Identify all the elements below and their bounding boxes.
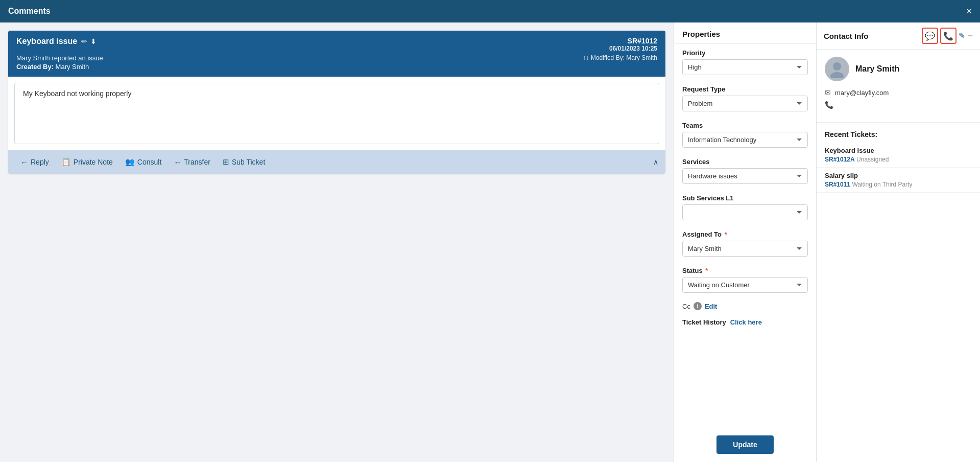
ticket-header-top: Keyboard issue ✏ ⬇ SR#1012 06/01/2023 10… bbox=[16, 37, 657, 52]
action-bar: ← Reply 📋 Private Note 👥 Consult ↔ bbox=[8, 150, 665, 174]
services-section: Services Hardware issues bbox=[674, 153, 816, 189]
recent-ticket-1-title: Keyboard issue bbox=[825, 147, 972, 154]
contact-info-area: Mary Smith ✉ mary@clayfly.com 📞 bbox=[817, 50, 980, 120]
arrows-icon: ↑↓ bbox=[583, 54, 591, 61]
download-icon[interactable]: ⬇ bbox=[90, 37, 97, 45]
modified-by: Mary Smith bbox=[626, 54, 657, 61]
edit-title-icon[interactable]: ✏ bbox=[81, 37, 87, 45]
close-button[interactable]: × bbox=[966, 6, 972, 17]
contact-phone-row: 📞 bbox=[825, 101, 972, 109]
window-title: Comments bbox=[8, 7, 51, 16]
ticket-created-by: Mary Smith bbox=[56, 63, 89, 71]
divider bbox=[817, 122, 980, 123]
note-icon: 📋 bbox=[61, 157, 71, 167]
ticket-card: Keyboard issue ✏ ⬇ SR#1012 06/01/2023 10… bbox=[8, 31, 665, 174]
assigned-to-label: Assigned To * bbox=[682, 230, 808, 238]
ticket-title-icons: ✏ ⬇ bbox=[81, 37, 97, 45]
request-type-section: Request Type Problem bbox=[674, 80, 816, 117]
status-label: Status * bbox=[682, 267, 808, 274]
contact-name-row: Mary Smith bbox=[825, 57, 972, 81]
recent-ticket-1-meta: SR#1012A Unassigned bbox=[825, 156, 972, 163]
recent-ticket-1-link[interactable]: SR#1012A bbox=[825, 156, 855, 163]
sub-services-select[interactable] bbox=[682, 204, 808, 220]
recent-ticket-item-1: Keyboard issue SR#1012A Unassigned bbox=[817, 143, 980, 168]
avatar bbox=[825, 57, 849, 81]
collapse-button[interactable]: ∧ bbox=[653, 158, 658, 166]
assigned-to-select[interactable]: Mary Smith bbox=[682, 241, 808, 257]
remove-contact-button[interactable]: − bbox=[967, 31, 973, 41]
teams-label: Teams bbox=[682, 122, 808, 129]
cc-row: Cc i Edit bbox=[674, 298, 816, 314]
consult-label: Consult bbox=[137, 158, 161, 166]
recent-ticket-item-2: Salary slip SR#1011 Waiting on Third Par… bbox=[817, 168, 980, 193]
main-layout: Keyboard issue ✏ ⬇ SR#1012 06/01/2023 10… bbox=[0, 22, 980, 462]
contact-header-actions: 💬 📞 ✎ − bbox=[922, 28, 973, 44]
transfer-icon: ↔ bbox=[174, 158, 181, 167]
sub-ticket-button[interactable]: ⊞ Sub Ticket bbox=[218, 155, 270, 169]
ticket-header: Keyboard issue ✏ ⬇ SR#1012 06/01/2023 10… bbox=[8, 31, 665, 77]
teams-select[interactable]: Information Technology bbox=[682, 132, 808, 148]
recent-tickets-header: Recent Tickets: bbox=[817, 125, 980, 143]
request-type-select[interactable]: Problem bbox=[682, 96, 808, 111]
sub-services-section: Sub Services L1 bbox=[674, 189, 816, 225]
contact-email: mary@clayfly.com bbox=[835, 89, 889, 97]
message-text: My Keyboard not working properly bbox=[23, 89, 651, 98]
main-window: Comments × Keyboard issue ✏ ⬇ bbox=[0, 0, 980, 462]
phone-small-icon: 📞 bbox=[825, 101, 833, 109]
chat-icon: 💬 bbox=[925, 31, 935, 41]
ticket-subtitle: Mary Smith reported an issue bbox=[16, 54, 103, 62]
email-icon: ✉ bbox=[825, 88, 831, 97]
title-bar: Comments × bbox=[0, 0, 980, 22]
ticket-created: Created By: Mary Smith bbox=[16, 63, 103, 71]
services-select[interactable]: Hardware issues bbox=[682, 168, 808, 184]
contact-panel: Contact Info 💬 📞 ✎ − bbox=[817, 22, 980, 462]
cc-edit-link[interactable]: Edit bbox=[705, 303, 718, 310]
transfer-label: Transfer bbox=[184, 158, 210, 166]
recent-ticket-2-status: Waiting on Third Party bbox=[852, 181, 912, 188]
consult-button[interactable]: 👥 Consult bbox=[120, 155, 166, 169]
ticket-date: 06/01/2023 10:25 bbox=[609, 45, 657, 52]
ticket-history-link[interactable]: Click here bbox=[730, 318, 762, 326]
contact-header-title: Contact Info bbox=[824, 32, 869, 40]
action-bar-left: ← Reply 📋 Private Note 👥 Consult ↔ bbox=[15, 155, 270, 169]
ticket-history-row: Ticket History Click here bbox=[674, 314, 816, 330]
update-button[interactable]: Update bbox=[716, 435, 773, 454]
ticket-history-label: Ticket History bbox=[682, 318, 726, 326]
chat-button[interactable]: 💬 bbox=[922, 28, 938, 44]
properties-header: Properties bbox=[674, 22, 816, 44]
cc-info-icon: i bbox=[694, 302, 702, 310]
properties-panel: Properties Priority High Request Type Pr… bbox=[674, 22, 817, 462]
priority-select[interactable]: High bbox=[682, 59, 808, 75]
reply-button[interactable]: ← Reply bbox=[15, 156, 54, 169]
phone-call-button[interactable]: 📞 bbox=[940, 28, 957, 44]
created-by-label: Created By: bbox=[16, 63, 54, 71]
ticket-header-bottom: Mary Smith reported an issue Created By:… bbox=[16, 54, 657, 71]
sub-services-label: Sub Services L1 bbox=[682, 194, 808, 202]
sub-ticket-label: Sub Ticket bbox=[232, 158, 265, 166]
ticket-sr-info: SR#1012 06/01/2023 10:25 bbox=[609, 37, 657, 52]
sr-number: SR#1012 bbox=[609, 37, 657, 45]
cc-label: Cc bbox=[682, 303, 690, 310]
modified-label: Modified By: bbox=[591, 54, 625, 61]
edit-contact-button[interactable]: ✎ bbox=[959, 31, 965, 40]
svg-point-1 bbox=[830, 72, 844, 78]
recent-ticket-2-link[interactable]: SR#1011 bbox=[825, 181, 850, 188]
priority-section: Priority High bbox=[674, 44, 816, 80]
subticket-icon: ⊞ bbox=[223, 157, 229, 167]
priority-label: Priority bbox=[682, 49, 808, 57]
contact-name: Mary Smith bbox=[855, 64, 899, 74]
reply-icon: ← bbox=[20, 158, 28, 167]
status-select[interactable]: Waiting on Customer bbox=[682, 277, 808, 293]
ticket-title-area: Keyboard issue ✏ ⬇ bbox=[16, 37, 97, 46]
ticket-bottom-left: Mary Smith reported an issue Created By:… bbox=[16, 54, 103, 71]
private-note-button[interactable]: 📋 Private Note bbox=[56, 155, 118, 169]
recent-ticket-1-status: Unassigned bbox=[856, 156, 889, 163]
recent-ticket-2-title: Salary slip bbox=[825, 172, 972, 179]
ticket-title: Keyboard issue bbox=[16, 37, 77, 46]
transfer-button[interactable]: ↔ Transfer bbox=[169, 156, 216, 169]
update-btn-area: Update bbox=[674, 427, 816, 462]
teams-section: Teams Information Technology bbox=[674, 117, 816, 153]
svg-point-0 bbox=[833, 62, 841, 71]
ticket-modified: ↑↓ Modified By: Mary Smith bbox=[583, 54, 657, 71]
request-type-label: Request Type bbox=[682, 85, 808, 93]
